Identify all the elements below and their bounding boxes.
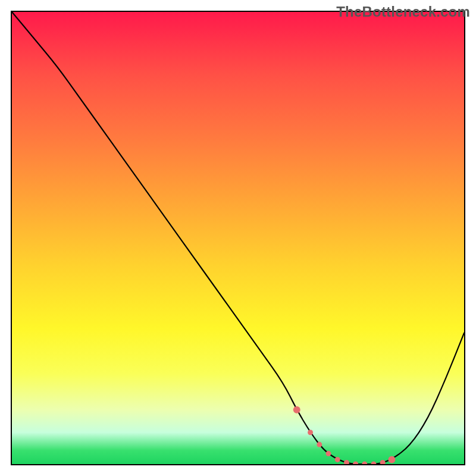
plot-area [11,11,465,465]
marker-point [380,460,386,464]
marker-point [317,442,322,447]
marker-point [326,451,331,456]
marker-point [344,460,349,464]
marker-point [293,406,300,414]
marker-point [388,456,395,463]
watermark-text: TheBottleneck.com [336,4,470,20]
curve-layer [12,12,464,464]
chart-container: TheBottleneck.com [0,0,476,476]
marker-point [308,430,313,435]
bottleneck-curve [12,12,464,464]
marker-point [353,462,358,464]
marker-point [362,462,367,464]
marker-point [371,462,377,464]
optimal-range-markers [293,406,396,464]
marker-point [335,457,340,462]
